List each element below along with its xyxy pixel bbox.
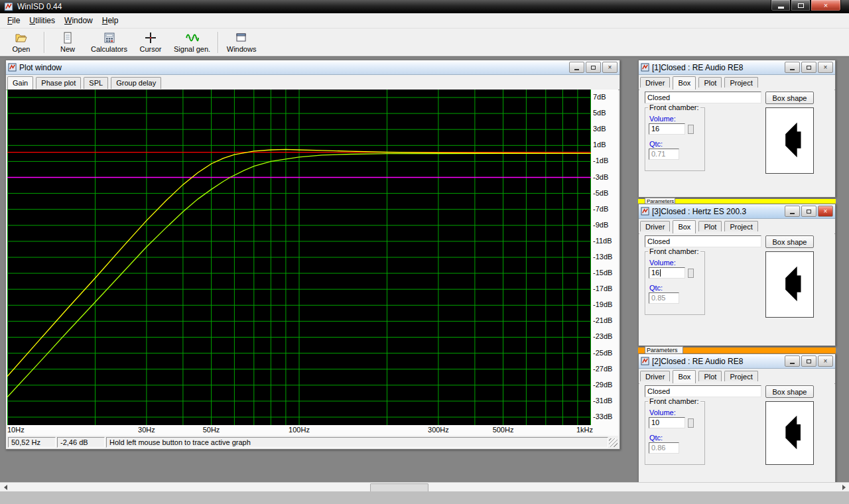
y-axis-label: -23dB [593, 332, 618, 340]
qtc-input[interactable]: 0.71 [649, 149, 679, 160]
scroll-left-button[interactable] [0, 483, 11, 491]
scroll-right-button[interactable] [838, 483, 849, 491]
tab-box[interactable]: Box [673, 370, 696, 383]
project1-titlebar[interactable]: [1]Closed : RE Audio RE8 × [639, 60, 835, 75]
project2-minimize-button[interactable] [785, 355, 800, 367]
project3-close-button[interactable]: × [818, 206, 833, 217]
menu-help[interactable]: Help [98, 14, 123, 27]
tab-phase-plot[interactable]: Phase plot [36, 77, 81, 89]
project3-minimize-button[interactable] [785, 206, 800, 217]
y-axis-label: -5dB [593, 189, 618, 197]
app-maximize-button[interactable] [791, 0, 811, 11]
app-close-button[interactable]: × [811, 0, 841, 11]
cursor-frequency-readout: 50,52 Hz [8, 437, 56, 448]
qtc-input[interactable]: 0.85 [649, 292, 679, 304]
qtc-input[interactable]: 0.86 [649, 442, 679, 454]
trace-hint-text: Hold left mouse button to trace active g… [106, 437, 608, 448]
menu-file[interactable]: File [3, 14, 25, 27]
y-axis-label: -29dB [593, 381, 618, 389]
tab-group-delay[interactable]: Group delay [111, 77, 161, 89]
qtc-value: 0.86 [651, 444, 665, 452]
volume-unit-spinner[interactable] [688, 418, 694, 428]
maximize-icon [807, 359, 811, 363]
winisd-window-icon [8, 63, 17, 72]
plot-minimize-button[interactable] [569, 62, 584, 73]
y-axis-label: -17dB [593, 284, 618, 292]
tab-gain[interactable]: Gain [7, 76, 33, 90]
app-titlebar[interactable]: WinISD 0.44 × [0, 0, 849, 13]
x-axis-label: 50Hz [198, 426, 225, 434]
gain-plot-area[interactable] [7, 90, 591, 425]
box-type-select[interactable]: Closed [645, 235, 761, 247]
box-shape-button[interactable]: Box shape [765, 235, 814, 248]
maximize-icon [807, 66, 811, 70]
project1-title: [1]Closed : RE Audio RE8 [652, 63, 785, 72]
x-axis-label: 30Hz [133, 426, 160, 434]
project2-titlebar[interactable]: [2]Closed : RE Audio RE8 × [639, 354, 835, 369]
y-axis-label: -15dB [593, 269, 618, 277]
box-shape-preview [765, 251, 814, 318]
y-axis-label: -21dB [593, 316, 618, 324]
plot-maximize-button[interactable] [586, 62, 601, 73]
box-shape-button[interactable]: Box shape [765, 385, 814, 398]
toolbar-open-button[interactable]: Open [2, 31, 40, 53]
plot-window-titlebar[interactable]: Plot window × [6, 60, 620, 75]
project2-title: [2]Closed : RE Audio RE8 [652, 357, 785, 366]
tab-box[interactable]: Box [673, 220, 696, 233]
box-type-select[interactable]: Closed [645, 92, 761, 103]
minimize-icon [778, 7, 784, 9]
horizontal-scrollbar[interactable] [0, 482, 849, 491]
tab-box[interactable]: Box [673, 76, 696, 90]
box-shape-button[interactable]: Box shape [765, 92, 814, 104]
project-window-2: [2]Closed : RE Audio RE8 × Driver Box Pl… [638, 353, 836, 482]
volume-value: 16 [651, 125, 659, 133]
y-axis-label: -31dB [593, 397, 618, 405]
volume-input[interactable]: 16 [649, 123, 685, 135]
volume-input[interactable]: 16 [649, 267, 685, 279]
project2-maximize-button[interactable] [801, 355, 816, 367]
box-shape-preview [765, 107, 814, 174]
project1-minimize-button[interactable] [785, 62, 800, 73]
resize-grip[interactable] [609, 438, 618, 447]
plot-close-button[interactable]: × [602, 62, 618, 73]
box-type-value: Closed [647, 237, 670, 245]
front-chamber-label: Front chamber: [648, 103, 700, 111]
volume-label: Volume: [649, 409, 676, 416]
minimize-icon [790, 69, 795, 70]
y-axis-label: -27dB [593, 365, 618, 373]
project1-close-button[interactable]: × [818, 62, 833, 73]
bottom-frame-strip [0, 491, 849, 504]
volume-unit-spinner[interactable] [688, 125, 694, 134]
app-icon [4, 2, 13, 11]
app-minimize-button[interactable] [771, 0, 791, 11]
menu-utilities[interactable]: Utilities [25, 14, 60, 27]
tab-spl[interactable]: SPL [84, 77, 108, 89]
speaker-icon [766, 402, 813, 464]
y-axis-label: 5dB [593, 109, 618, 117]
volume-input[interactable]: 10 [649, 417, 685, 428]
box-shape-preview [765, 401, 814, 465]
toolbar-signal-gen-button[interactable]: Signal gen. [170, 31, 214, 53]
qtc-label: Qtc: [649, 284, 663, 292]
toolbar-new-button[interactable]: New [48, 31, 87, 53]
box-type-select[interactable]: Closed [645, 385, 761, 397]
toolbar-windows-button[interactable]: Windows [222, 31, 261, 53]
project1-maximize-button[interactable] [801, 62, 816, 73]
plot-window-title: Plot window [19, 63, 569, 72]
y-axis-label: -33dB [593, 412, 618, 420]
toolbar-calculators-button[interactable]: Calculators [87, 31, 131, 53]
winisd-window-icon [641, 63, 649, 72]
minimize-icon [574, 69, 579, 70]
winisd-window-icon [641, 207, 649, 216]
window-controls: × [771, 0, 841, 11]
toolbar-cursor-button[interactable]: Cursor [131, 31, 170, 53]
volume-label: Volume: [649, 115, 676, 123]
volume-unit-spinner[interactable] [688, 269, 694, 278]
menu-window[interactable]: Window [60, 14, 98, 27]
project3-maximize-button[interactable] [801, 206, 816, 217]
project3-titlebar[interactable]: [3]Closed : Hertz ES 200.3 × [639, 204, 835, 219]
project2-close-button[interactable]: × [818, 355, 833, 367]
gain-plot-canvas [7, 90, 591, 425]
speaker-icon [766, 108, 813, 173]
x-axis-label: 10Hz [7, 426, 34, 434]
